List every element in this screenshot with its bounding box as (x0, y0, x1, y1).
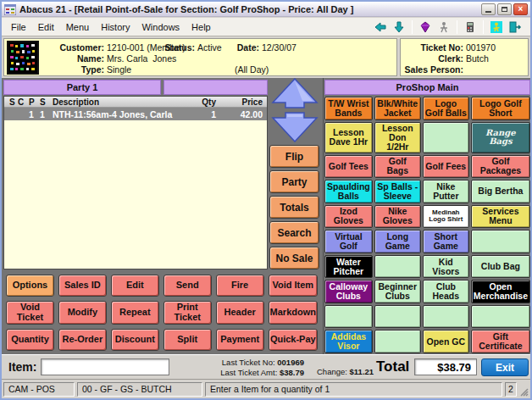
action-button-send[interactable]: Send (163, 275, 212, 297)
product-button-range-bags[interactable]: Range Bags (471, 122, 530, 153)
product-button-blank[interactable] (324, 305, 373, 329)
product-button-blank[interactable] (374, 305, 421, 329)
action-button-split[interactable]: Split (163, 329, 212, 351)
product-button-nike-gloves[interactable]: Nike Gloves (374, 205, 421, 229)
table-row[interactable]: 11NTH-11:56am-4 Jones, Carla142.00 (4, 108, 267, 120)
product-button-blank[interactable] (374, 330, 421, 353)
product-button-golf-bags[interactable]: Golf Bags (374, 155, 421, 179)
type-label: Type: (44, 64, 104, 75)
app-window: Abacus 21 - [Retail Point-of-Sale for Se… (0, 0, 532, 400)
product-button-beginner-clubs[interactable]: Beginner Clubs (374, 280, 421, 303)
product-button-logo-golf-balls[interactable]: Logo Golf Balls (423, 97, 469, 120)
cashier-run-icon[interactable] (488, 19, 505, 35)
nav-down-icon[interactable] (391, 19, 407, 35)
product-button-gift-certificate[interactable]: Gift Certificate (471, 330, 530, 353)
product-button-nike-putter[interactable]: Nike Putter (423, 180, 469, 203)
scroll-up-arrow[interactable] (273, 79, 317, 108)
customer-label: Customer: (44, 42, 104, 53)
action-button-discount[interactable]: Discount (111, 329, 159, 351)
close-button[interactable]: × (513, 3, 528, 15)
gem-icon[interactable] (417, 19, 434, 35)
column-header-c-1: C (18, 97, 29, 107)
restore-button[interactable] (497, 3, 512, 15)
product-button-blank[interactable] (374, 255, 421, 279)
product-button-water-pitcher[interactable]: Water Pitcher (324, 255, 373, 279)
status-session: 00 - GF - GS - BUTCH (77, 382, 202, 397)
product-button-short-game[interactable]: Short Game (423, 230, 469, 253)
product-button-izod-gloves[interactable]: Izod Gloves (324, 205, 373, 229)
item-input[interactable] (41, 358, 169, 375)
product-button-club-heads[interactable]: Club Heads (423, 280, 469, 303)
product-button-t-w-wrist-bands[interactable]: T/W Wrist Bands (324, 97, 373, 120)
product-button-blank[interactable] (423, 122, 469, 153)
product-button-logo-golf-short[interactable]: Logo Golf Short (471, 97, 530, 120)
action-button-repeat[interactable]: Repeat (111, 301, 159, 324)
resize-grip[interactable] (519, 382, 529, 397)
side-button-search[interactable]: Search (269, 221, 319, 244)
side-button-totals[interactable]: Totals (269, 196, 319, 219)
last-ticket-amt-label: Last Ticket Amt: (220, 368, 277, 377)
product-button-open-gc[interactable]: Open GC (423, 330, 469, 353)
action-button-print-ticket[interactable]: Print Ticket (163, 301, 212, 324)
action-button-options[interactable]: Options (6, 275, 54, 297)
side-button-flip[interactable]: Flip (269, 145, 319, 168)
product-button-calloway-clubs[interactable]: Calloway Clubs (324, 280, 373, 303)
menu-menu[interactable]: Menu (60, 19, 96, 35)
action-button-quick-pay[interactable]: Quick-Pay (269, 329, 318, 351)
product-button-golf-packages[interactable]: Golf Packages (471, 155, 530, 179)
menu-file[interactable]: File (5, 19, 32, 35)
product-button-golf-tees[interactable]: Golf Tees (324, 155, 373, 179)
action-button-edit[interactable]: Edit (111, 275, 159, 297)
change-info: Change: $11.21 (317, 367, 374, 376)
product-button-blk-white-jacket[interactable]: Blk/White Jacket (374, 97, 421, 120)
product-button-blank[interactable] (423, 305, 469, 329)
tab-party-1[interactable]: Party 1 (3, 80, 161, 95)
action-button-void-ticket[interactable]: Void Ticket (6, 301, 54, 324)
product-button-sp-balls-sleeve[interactable]: Sp Balls - Sleeve (374, 180, 421, 203)
product-button-golf-fees[interactable]: Golf Fees (423, 155, 469, 179)
action-button-sales-id[interactable]: Sales ID (58, 275, 107, 297)
product-button-lesson-dave-1hr[interactable]: Lesson Dave 1Hr (324, 122, 373, 153)
minimize-button[interactable] (481, 3, 496, 15)
menu-history[interactable]: History (95, 19, 136, 35)
action-button-modify[interactable]: Modify (58, 301, 107, 324)
product-button-kid-visors[interactable]: Kid Visors (423, 255, 469, 279)
action-button-fire[interactable]: Fire (216, 275, 264, 297)
side-button-no-sale[interactable]: No Sale (269, 247, 319, 269)
row-cell-6: 42.00 (221, 109, 267, 119)
product-button-services-menu[interactable]: Services Menu (471, 205, 530, 229)
clerk-value: Butch (466, 53, 489, 64)
item-label: Item: (8, 360, 36, 374)
product-button-medinah-logo-shirt[interactable]: Medinah Logo Shirt (423, 205, 469, 229)
all-day-value: (All Day) (235, 64, 269, 75)
product-button-blank[interactable] (471, 230, 530, 253)
product-button-virtual-golf[interactable]: Virtual Golf (324, 230, 373, 253)
calculator-icon[interactable] (462, 19, 479, 35)
action-button-markdown[interactable]: Markdown (269, 301, 318, 324)
product-button-spaulding-balls[interactable]: Spaulding Balls (324, 180, 373, 203)
action-button-header[interactable]: Header (216, 301, 264, 324)
nav-back-icon[interactable] (372, 19, 389, 35)
product-button-open-merchandise[interactable]: Open Merchandise (471, 280, 530, 303)
row-cell-4: NTH-11:56am-4 Jones, Carla (51, 109, 187, 119)
action-button-re-order[interactable]: Re-Order (58, 329, 107, 351)
menu-edit[interactable]: Edit (32, 19, 60, 35)
product-button-big-bertha[interactable]: Big Bertha (471, 180, 530, 203)
action-button-payment[interactable]: Payment (216, 329, 264, 351)
product-button-lesson-don-1-2hr[interactable]: Lesson Don 1/2Hr (374, 122, 421, 153)
product-button-long-game[interactable]: Long Game (374, 230, 421, 253)
menu-windows[interactable]: Windows (136, 19, 186, 35)
menu-help[interactable]: Help (186, 19, 217, 35)
main-area: Party 1 SCPSDescriptionQtyPrice 11NTH-11… (2, 78, 530, 354)
action-button-void-item[interactable]: Void Item (269, 275, 318, 297)
tab-party-2[interactable] (163, 80, 268, 95)
scroll-down-arrow[interactable] (273, 113, 317, 142)
product-button-addidas-visor[interactable]: Addidas Visor (324, 330, 373, 353)
action-button-quantity[interactable]: Quantity (6, 329, 54, 351)
product-button-blank[interactable] (471, 305, 530, 329)
side-button-party[interactable]: Party (269, 170, 319, 193)
exit-door-icon[interactable] (507, 19, 524, 35)
product-button-club-bag[interactable]: Club Bag (471, 255, 530, 279)
exit-button[interactable]: Exit (481, 358, 529, 376)
clerk-figure-icon[interactable] (435, 19, 452, 35)
